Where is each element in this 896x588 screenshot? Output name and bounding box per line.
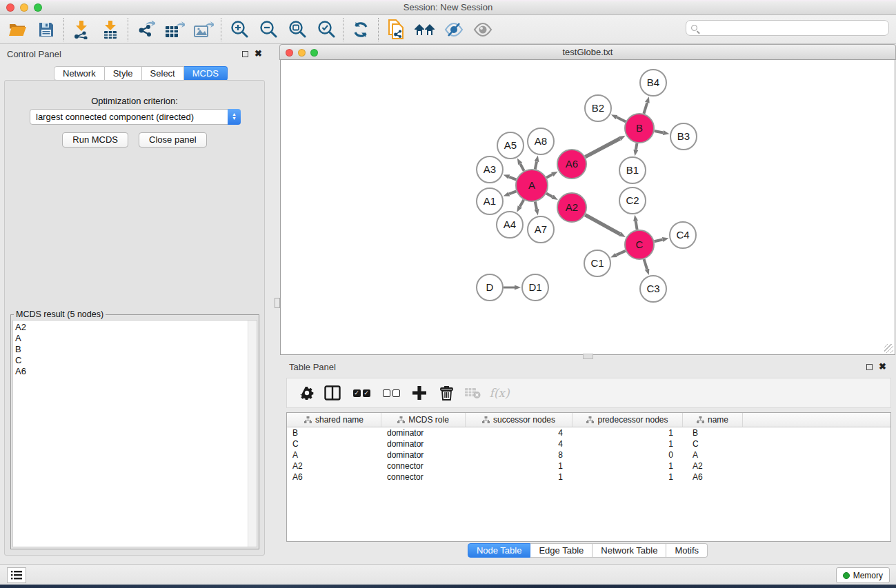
column-header-MCDS-role[interactable]: MCDS role [381, 413, 466, 427]
table-cell[interactable]: connector [381, 472, 466, 483]
result-item[interactable]: A6 [15, 366, 257, 377]
select-all-icon[interactable]: ✓✓ [346, 383, 377, 403]
edge-A-A3[interactable] [509, 177, 516, 180]
table-cell[interactable]: 1 [573, 438, 683, 449]
table-cell[interactable]: 8 [466, 449, 573, 460]
table-row[interactable]: A2connector11A2 [287, 460, 890, 472]
zoom-out-icon[interactable] [257, 19, 279, 41]
edge-A-A1[interactable] [509, 191, 516, 194]
memory-button[interactable]: Memory [836, 567, 890, 583]
hide-graphics-details-icon[interactable] [443, 19, 465, 41]
network-minimize-button[interactable] [298, 49, 306, 57]
table-row[interactable]: A6connector11A6 [287, 472, 890, 483]
open-file-icon[interactable] [6, 19, 28, 41]
column-header-name[interactable]: name [683, 413, 743, 427]
table-cell[interactable]: A6 [287, 472, 381, 483]
tab-style[interactable]: Style [105, 66, 142, 81]
edge-A2-C[interactable] [585, 215, 620, 234]
search-input[interactable] [700, 21, 888, 35]
result-item[interactable]: A [15, 333, 257, 344]
edge-C-C4[interactable] [654, 240, 662, 242]
edge-C-C1[interactable] [616, 251, 625, 255]
close-panel-button[interactable]: Close panel [139, 132, 207, 148]
edge-C-C3[interactable] [644, 259, 647, 269]
table-cell[interactable]: 1 [573, 427, 683, 438]
column-header-predecessor-nodes[interactable]: predecessor nodes [573, 413, 683, 427]
show-columns-icon[interactable] [319, 383, 346, 403]
task-history-button[interactable] [7, 567, 26, 583]
table-float-icon[interactable] [866, 364, 873, 370]
network-graph[interactable]: B4B2BB3A8A5A6A3B1AA1C2A2A4A7C4CC1C3DD1 [281, 60, 895, 354]
float-panel-icon[interactable] [242, 51, 248, 57]
table-cell[interactable]: A2 [683, 460, 743, 472]
edge-B-B1[interactable] [636, 143, 637, 150]
network-file-manager-icon[interactable] [385, 19, 407, 41]
network-maximize-button[interactable] [310, 49, 318, 57]
result-scrollbar[interactable] [248, 321, 257, 547]
table-row[interactable]: Bdominator41B [287, 427, 890, 438]
table-cell[interactable]: B [683, 427, 743, 438]
edge-A-A7[interactable] [535, 202, 537, 210]
save-session-icon[interactable] [35, 19, 57, 41]
left-divider-handle[interactable] [275, 298, 280, 308]
table-cell[interactable]: A6 [683, 472, 743, 483]
table-tab-network-table[interactable]: Network Table [593, 543, 666, 558]
table-tab-edge-table[interactable]: Edge Table [530, 543, 593, 558]
apply-layout-icon[interactable] [350, 19, 372, 41]
table-cell[interactable]: 1 [466, 460, 573, 472]
minimize-window-button[interactable] [20, 3, 28, 12]
edge-A-A2[interactable] [546, 194, 552, 197]
import-network-icon[interactable] [70, 19, 92, 41]
zoom-selected-icon[interactable] [315, 19, 337, 41]
table-tab-motifs[interactable]: Motifs [666, 543, 708, 558]
network-close-button[interactable] [286, 49, 293, 57]
table-tab-node-table[interactable]: Node Table [468, 543, 531, 558]
mcds-result-list[interactable]: A2ABCA6 [12, 320, 257, 547]
table-cell[interactable]: 4 [466, 427, 573, 438]
column-header-shared-name[interactable]: shared name [287, 413, 381, 427]
table-cell[interactable]: A [287, 449, 381, 460]
run-mcds-button[interactable]: Run MCDS [62, 132, 128, 148]
table-cell[interactable]: dominator [381, 427, 466, 438]
tab-select[interactable]: Select [142, 66, 184, 81]
table-settings-gear-icon[interactable] [295, 383, 319, 403]
table-cell[interactable]: 1 [573, 460, 683, 472]
criterion-dropdown[interactable]: largest connected component (directed) ▲… [30, 109, 241, 125]
column-header-successor-nodes[interactable]: successor nodes [466, 413, 573, 427]
export-image-icon[interactable] [192, 19, 215, 41]
table-cell[interactable]: B [287, 427, 381, 438]
delete-table-icon[interactable] [459, 383, 486, 403]
export-network-icon[interactable] [135, 19, 157, 41]
table-cell[interactable]: dominator [381, 449, 466, 460]
maximize-window-button[interactable] [34, 3, 42, 12]
table-cell[interactable]: C [683, 438, 743, 449]
tab-mcds[interactable]: MCDS [184, 66, 228, 81]
edge-B-B4[interactable] [644, 103, 647, 114]
edge-A6-B[interactable] [585, 139, 619, 157]
result-item[interactable]: C [15, 355, 257, 366]
node-table[interactable]: shared nameMCDS rolesuccessor nodesprede… [286, 412, 891, 542]
table-cell[interactable]: 0 [573, 449, 683, 460]
table-close-icon[interactable]: ✖ [879, 363, 886, 370]
search-field[interactable] [686, 20, 889, 36]
result-item[interactable]: B [15, 344, 257, 355]
network-canvas[interactable]: B4B2BB3A8A5A6A3B1AA1C2A2A4A7C4CC1C3DD1 [280, 60, 895, 355]
edge-A-A8[interactable] [535, 161, 537, 169]
zoom-in-icon[interactable] [228, 19, 250, 41]
table-row[interactable]: Adominator80A [287, 449, 890, 460]
table-cell[interactable]: dominator [381, 438, 466, 449]
edge-A-A6[interactable] [546, 174, 552, 178]
table-cell[interactable]: A [683, 449, 743, 460]
table-cell[interactable]: 4 [466, 438, 573, 449]
table-cell[interactable]: connector [381, 460, 466, 472]
close-panel-icon[interactable]: ✖ [255, 50, 262, 57]
delete-column-trash-icon[interactable] [433, 383, 459, 403]
table-cell[interactable]: 1 [466, 472, 573, 483]
add-column-icon[interactable] [406, 383, 433, 403]
birds-eye-view-icon[interactable] [414, 19, 436, 41]
edge-A-A5[interactable] [520, 163, 524, 170]
edge-A-A4[interactable] [520, 200, 524, 207]
table-cell[interactable]: 1 [573, 472, 683, 483]
show-graphics-details-icon[interactable] [472, 19, 494, 41]
function-builder-icon[interactable]: f(x) [486, 383, 513, 403]
